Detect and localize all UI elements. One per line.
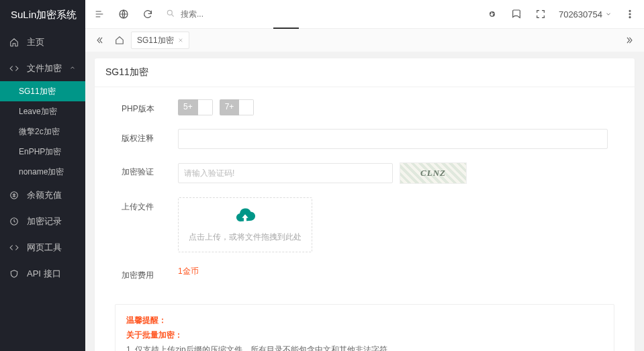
sidebar-item-label: API 接口 (27, 268, 61, 280)
fullscreen-icon[interactable] (535, 8, 547, 20)
cloud-upload-icon (234, 207, 256, 228)
sidebar-item-label: 余额充值 (27, 189, 62, 201)
clock-icon (9, 217, 20, 226)
code-icon (9, 64, 20, 73)
sidebar-item-label: 文件加密 (27, 62, 62, 74)
sidebar-item-label: 主页 (27, 36, 44, 48)
sidebar-item-balance[interactable]: 余额充值 (0, 182, 85, 208)
search-box (166, 9, 340, 20)
sidebar-item-noname[interactable]: noname加密 (0, 162, 85, 182)
tab-home-button[interactable] (111, 32, 128, 49)
tab-prev-button[interactable] (91, 32, 108, 49)
sidebar-item-home[interactable]: 主页 (0, 29, 85, 55)
menu-toggle-button[interactable] (93, 8, 105, 20)
search-input[interactable] (181, 9, 315, 19)
sidebar-item-label: Leave加密 (19, 106, 57, 117)
svg-point-8 (629, 10, 631, 11)
sidebar-item-webtool[interactable]: 网页工具 (0, 234, 85, 260)
refresh-button[interactable] (142, 8, 154, 20)
captcha-label: 加密验证 (122, 162, 178, 178)
upload-dropzone[interactable]: 点击上传，或将文件拖拽到此处 (178, 197, 312, 252)
coin-icon (9, 191, 20, 200)
topbar: 702630754 (85, 0, 644, 29)
php-version-label: PHP版本 (122, 99, 178, 115)
sidebar-item-label: SG11加密 (19, 86, 56, 97)
card-title: SG11加密 (95, 58, 635, 87)
php7-option[interactable]: 7+ (220, 99, 255, 115)
tips-heading: 温馨提醒： (126, 313, 603, 328)
upload-hint: 点击上传，或将文件拖拽到此处 (189, 232, 302, 243)
tabbar: SG11加密 (85, 29, 644, 52)
more-icon[interactable] (624, 8, 636, 20)
svg-point-6 (493, 12, 494, 13)
close-icon[interactable] (178, 36, 183, 45)
sidebar-item-label: 加密记录 (27, 215, 62, 228)
shield-icon (9, 269, 20, 279)
app-title: SuLin加密系统 (0, 0, 85, 29)
tips-box: 温馨提醒： 关于批量加密： 1. 仅支持上传zip后缀的压缩文件，所有目录不能包… (115, 304, 614, 351)
sidebar-item-enphp[interactable]: EnPHP加密 (0, 142, 85, 162)
sidebar-item-encrypt[interactable]: 文件加密 (0, 55, 85, 81)
user-menu[interactable]: 702630754 (559, 9, 612, 19)
sidebar-item-label: EnPHP加密 (19, 146, 61, 158)
sidebar-item-label: 网页工具 (27, 242, 62, 254)
tips-batch: 关于批量加密： (126, 328, 603, 342)
home-icon (9, 38, 20, 47)
sidebar: SuLin加密系统 主页 文件加密 SG11加密 Leave加密 微擎2c加密 … (0, 0, 85, 351)
chevron-up-icon (69, 63, 76, 73)
tab-label: SG11加密 (137, 35, 174, 46)
svg-point-10 (629, 17, 631, 18)
upload-label: 上传文件 (122, 197, 178, 213)
sidebar-item-leave[interactable]: Leave加密 (0, 101, 85, 121)
svg-point-9 (629, 13, 631, 15)
copyright-label: 版权注释 (122, 129, 178, 144)
sidebar-item-sg11[interactable]: SG11加密 (0, 81, 85, 101)
note-icon[interactable] (510, 8, 522, 20)
svg-point-3 (167, 10, 172, 15)
sidebar-item-log[interactable]: 加密记录 (0, 208, 85, 234)
fee-value: 1金币 (178, 266, 199, 277)
captcha-image[interactable]: CLNZ (400, 162, 467, 184)
sidebar-item-weiqing[interactable]: 微擎2c加密 (0, 121, 85, 142)
search-icon (166, 9, 175, 20)
active-indicator (273, 28, 299, 29)
sidebar-item-api[interactable]: API 接口 (0, 260, 85, 287)
code-icon (9, 243, 20, 252)
sidebar-item-label: noname加密 (19, 166, 64, 178)
theme-icon[interactable] (486, 8, 498, 20)
tab-next-button[interactable] (621, 32, 639, 49)
user-id: 702630754 (559, 9, 602, 19)
captcha-input[interactable] (178, 163, 393, 183)
globe-icon[interactable] (118, 8, 130, 20)
svg-point-7 (493, 15, 494, 15)
php5-option[interactable]: 5+ (178, 99, 213, 115)
chevron-down-icon (605, 9, 612, 19)
tips-line: 1. 仅支持上传zip后缀的压缩文件，所有目录不能包含中文和其他非法字符。 (126, 342, 603, 351)
tab-sg11[interactable]: SG11加密 (131, 32, 189, 49)
form-card: SG11加密 PHP版本 5+ 7+ (95, 58, 635, 351)
sidebar-item-label: 微擎2c加密 (19, 126, 60, 138)
content: SG11加密 PHP版本 5+ 7+ (85, 52, 644, 351)
copyright-input[interactable] (178, 129, 608, 149)
fee-label: 加密费用 (122, 266, 178, 281)
